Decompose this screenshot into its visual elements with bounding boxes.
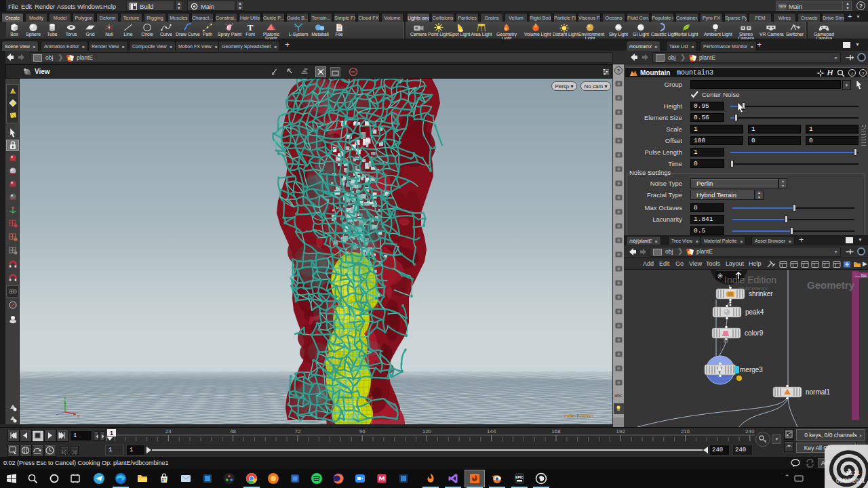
svg-text:192: 192 xyxy=(616,428,626,434)
svg-text:peak4: peak4 xyxy=(745,308,764,316)
svg-text:— bu: — bu xyxy=(855,273,867,278)
svg-text:72: 72 xyxy=(294,428,300,434)
svg-text:144: 144 xyxy=(487,428,496,434)
svg-text:Subnetwork: Subnetwork xyxy=(739,285,768,291)
svg-text:96: 96 xyxy=(359,428,366,434)
svg-text:216: 216 xyxy=(681,428,690,434)
svg-text:EPIC: EPIC xyxy=(515,475,524,479)
svg-text:120: 120 xyxy=(422,428,432,434)
svg-text:T: T xyxy=(248,22,254,33)
svg-text:y: y xyxy=(64,395,66,401)
svg-text:merge3: merge3 xyxy=(740,366,763,373)
svg-text:color9: color9 xyxy=(745,329,764,337)
svg-text:24: 24 xyxy=(165,428,172,434)
svg-text:48: 48 xyxy=(230,428,236,434)
svg-text:x: x xyxy=(77,413,80,418)
svg-text:normal1: normal1 xyxy=(806,388,831,396)
svg-text:168: 168 xyxy=(551,428,561,434)
svg-text:Indie Edition: Indie Edition xyxy=(724,274,776,285)
svg-text:Geometry: Geometry xyxy=(807,279,855,291)
svg-text:240: 240 xyxy=(745,428,755,434)
